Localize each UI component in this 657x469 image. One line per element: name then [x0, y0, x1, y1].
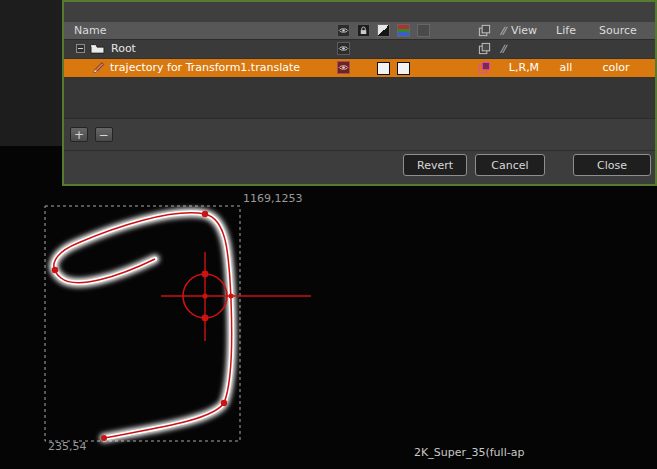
matte-toggle-icon [377, 24, 390, 37]
close-button[interactable]: Close [573, 154, 651, 176]
bbox-bottom-coordinate: 235,54 [48, 440, 87, 453]
column-header-name: Name [74, 24, 106, 37]
revert-button[interactable]: Revert [403, 154, 467, 176]
bbox-top-coordinate: 1169,1253 [243, 192, 303, 205]
panel-titlebar [64, 2, 655, 22]
column-header-view: View [504, 24, 544, 37]
control-point[interactable] [202, 211, 208, 217]
column-header-life: Life [546, 24, 586, 37]
eye-toggle[interactable] [337, 42, 350, 55]
cancel-button[interactable]: Cancel [475, 154, 545, 176]
column-header-source: Source [594, 24, 642, 37]
table-header-row: Name // View Life Source [64, 22, 655, 40]
eye-icon [337, 24, 350, 37]
layers-icon[interactable] [478, 61, 491, 74]
application-window: 1169,1253 235,54 2K_Super_35(full-ap Nam… [0, 0, 657, 469]
tree-expander-icon[interactable] [76, 44, 85, 53]
source-cell: color [592, 61, 640, 74]
list-controls: + − [64, 119, 655, 147]
slashes-icon: // [496, 42, 509, 55]
format-label: 2K_Super_35(full-ap [414, 446, 524, 459]
control-point[interactable] [52, 267, 58, 273]
row-label: Root [111, 42, 136, 55]
eye-toggle[interactable] [337, 61, 350, 74]
control-point[interactable] [221, 400, 227, 406]
table-row-root[interactable]: Root // [64, 40, 655, 59]
add-button[interactable]: + [70, 127, 88, 142]
curves-panel: Name // View Life Source Root [62, 0, 657, 186]
row-label: trajectory for Transform1.translate [110, 61, 300, 74]
control-point[interactable] [101, 435, 107, 441]
blank-column-icon [417, 24, 430, 37]
color-checkbox[interactable] [397, 62, 410, 75]
layers-icon[interactable] [478, 42, 491, 55]
lock-icon [357, 24, 370, 37]
folder-icon [90, 42, 105, 54]
empty-rows-area [64, 78, 655, 119]
control-point[interactable] [229, 294, 234, 299]
gizmo-center[interactable] [202, 293, 207, 298]
pencil-icon [92, 61, 105, 74]
dialog-footer: Revert Cancel Close [64, 150, 655, 177]
color-channels-icon [397, 24, 410, 37]
layers-icon [478, 24, 491, 37]
matte-checkbox[interactable] [377, 62, 390, 75]
table-row-trajectory[interactable]: trajectory for Transform1.translate L,R,… [64, 59, 655, 78]
remove-button[interactable]: − [95, 127, 113, 142]
gizmo-handle-top[interactable] [202, 271, 209, 278]
view-cell: L,R,M [504, 61, 544, 74]
gizmo-handle-bottom[interactable] [202, 315, 209, 322]
life-cell: all [546, 61, 586, 74]
